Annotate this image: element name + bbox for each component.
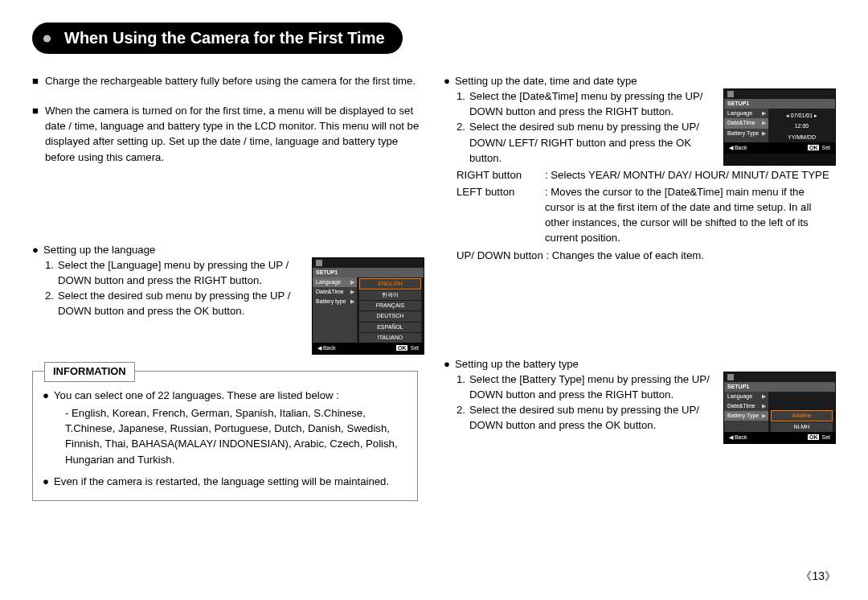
- dt-step2-text: Select the desired sub menu by pressing …: [469, 119, 719, 165]
- left-button-line: LEFT button : Moves the cursor to the [D…: [457, 184, 836, 246]
- lcd-battery-row: Battery type: [316, 298, 346, 306]
- intro-item-1: ■ Charge the rechargeable battery fully …: [32, 73, 424, 88]
- lcd-opt-german: DEUTSCH: [359, 311, 420, 321]
- lcd-language-figure: SETUP1 Language▶ Date&Time▶ Battery type…: [312, 257, 424, 355]
- lang-step-1: 1. Select the [Language] menu by pressin…: [45, 257, 307, 288]
- chevron-right-icon: ▶: [762, 402, 766, 410]
- lcd-battery-row: Battery Type: [727, 412, 759, 420]
- lcd-setup-label: SETUP1: [724, 382, 835, 392]
- lang-body-wrap: 1. Select the [Language] menu by pressin…: [32, 257, 424, 355]
- info-item-2: ● Even if the camera is restarted, the l…: [43, 474, 407, 489]
- left-column: ■ Charge the rechargeable battery fully …: [32, 68, 424, 501]
- lcd-time: 12:00: [771, 121, 832, 131]
- chevron-right-icon: ▶: [350, 288, 354, 296]
- lcd-opt-spanish: ESPAÑOL: [359, 323, 420, 332]
- lcd-opt-italian: ITALIANO: [359, 333, 420, 343]
- battery-steps: 1. Select the [Battery Type] menu by pre…: [444, 372, 719, 445]
- intro-text-2: When the camera is turned on for the fir…: [45, 103, 424, 165]
- title-text: When Using the Camera for the First Time: [64, 29, 385, 47]
- right-button-line: RIGHT button : Selects YEAR/ MONTH/ DAY/…: [457, 167, 836, 183]
- datetime-button-notes: RIGHT button : Selects YEAR/ MONTH/ DAY/…: [444, 167, 836, 263]
- lcd-opt-nimh: Ni-MH: [771, 422, 832, 432]
- wrench-icon: [727, 374, 734, 380]
- right-button-desc: : Selects YEAR/ MONTH/ DAY/ HOUR/ MINUT/…: [545, 167, 836, 183]
- left-button-label: LEFT button: [457, 184, 545, 246]
- info-text-2: Even if the camera is restarted, the lan…: [54, 474, 407, 489]
- lcd-back: Back: [323, 345, 336, 351]
- lcd-opt-alkaline: Alkaline: [771, 410, 832, 421]
- info-item-1: ● You can select one of 22 languages. Th…: [43, 388, 407, 467]
- updown-button-desc: UP/ DOWN button : Changes the value of e…: [457, 248, 836, 263]
- lcd-right-options: ENGLISH 한국어 FRANÇAIS DEUTSCH ESPAÑOL ITA…: [357, 277, 424, 343]
- left-button-desc: : Moves the cursor to the [Date&Time] ma…: [545, 184, 836, 246]
- num-2: 2.: [45, 288, 58, 318]
- chevron-left-icon: ◀: [729, 145, 735, 150]
- lcd-date: 07/01/01: [791, 113, 813, 118]
- lcd-left-menu: Language▶ Date&Time▶ Battery Type▶: [724, 392, 768, 432]
- lcd-right-options: Alkaline Ni-MH: [768, 392, 835, 432]
- chevron-right-icon: ▶: [762, 109, 766, 117]
- battery-body-wrap: 1. Select the [Battery Type] menu by pre…: [444, 372, 836, 445]
- lcd-battery-row: Battery Type: [727, 129, 759, 138]
- chevron-left-icon: ◀: [317, 345, 323, 351]
- lcd-set: Set: [410, 345, 419, 351]
- lcd-language-row: Language: [727, 392, 752, 401]
- lcd-date-format: YY/MM/DD: [771, 133, 832, 142]
- lcd-left-menu: Language▶ Date&Time▶ Battery type▶: [313, 277, 357, 343]
- lcd-back: Back: [735, 145, 747, 150]
- lcd-datetime-row: Date&Time: [727, 119, 755, 127]
- dot-bullet: ●: [32, 242, 43, 257]
- lcd-footer: ◀ Back OKSet: [724, 142, 835, 154]
- battery-heading: Setting up the battery type: [455, 356, 836, 372]
- information-box: INFORMATION ● You can select one of 22 l…: [32, 371, 418, 501]
- datetime-body-wrap: 1. Select the [Date&Time] menu by pressi…: [444, 88, 836, 166]
- content-columns: ■ Charge the rechargeable battery fully …: [32, 68, 836, 501]
- lang-section: ● Setting up the language: [32, 242, 424, 257]
- dot-bullet: ●: [444, 356, 455, 372]
- right-button-label: RIGHT button: [457, 167, 545, 183]
- info-text-1: You can select one of 22 languages. Thes…: [54, 389, 339, 401]
- chevron-right-icon: ▶: [350, 298, 354, 306]
- dt-step-2: 2. Select the desired sub menu by pressi…: [457, 119, 719, 165]
- datetime-section: ● Setting up the date, time and date typ…: [444, 73, 836, 88]
- chevron-left-icon: ◀: [729, 434, 735, 440]
- chevron-right-icon: ▶: [350, 278, 354, 286]
- datetime-heading: Setting up the date, time and date type: [455, 73, 836, 88]
- dt-step1-text: Select the [Date&Time] menu by pressing …: [469, 88, 719, 119]
- chevron-right-icon: ▶: [762, 392, 766, 401]
- chevron-right-icon: ▶: [762, 412, 766, 420]
- lang-heading: Setting up the language: [43, 242, 424, 257]
- right-column: ● Setting up the date, time and date typ…: [444, 68, 836, 501]
- lcd-language-row: Language: [316, 278, 341, 286]
- lcd-setup-label: SETUP1: [724, 99, 835, 109]
- lang-step2-text: Select the desired sub menu by pressing …: [58, 288, 307, 318]
- chevron-right-icon: ▶: [762, 119, 766, 127]
- num-1: 1.: [457, 372, 469, 402]
- lcd-ok: OK: [808, 434, 820, 440]
- chevron-right-icon: ▶: [762, 129, 766, 138]
- square-bullet: ■: [32, 73, 45, 88]
- lcd-language-row: Language: [727, 109, 752, 117]
- dt-step-1: 1. Select the [Date&Time] menu by pressi…: [457, 88, 719, 119]
- lcd-back: Back: [735, 434, 747, 440]
- square-bullet: ■: [32, 103, 45, 165]
- intro-text-1: Charge the rechargeable battery fully be…: [45, 73, 424, 88]
- lcd-opt-english: ENGLISH: [359, 278, 420, 290]
- lcd-datetime-figure: SETUP1 Language▶ Date&Time▶ Battery Type…: [723, 88, 836, 166]
- num-2: 2.: [457, 402, 469, 433]
- lcd-opt-french: FRANÇAIS: [359, 301, 420, 310]
- lcd-setup-label: SETUP1: [313, 268, 424, 277]
- lcd-battery-figure: SETUP1 Language▶ Date&Time▶ Battery Type…: [723, 372, 836, 445]
- lang-steps: 1. Select the [Language] menu by pressin…: [32, 257, 307, 355]
- dot-bullet: ●: [444, 73, 455, 88]
- dot-bullet: ●: [43, 388, 54, 467]
- lcd-left-menu: Language▶ Date&Time▶ Battery Type▶: [724, 109, 768, 142]
- lcd-footer: ◀ Back OKSet: [313, 343, 424, 354]
- lcd-ok: OK: [396, 345, 408, 351]
- lcd-footer: ◀ Back OKSet: [724, 432, 835, 443]
- lcd-datetime-row: Date&Time: [727, 402, 755, 410]
- intro-item-2: ■ When the camera is turned on for the f…: [32, 103, 424, 165]
- page-number: 《13》: [800, 569, 836, 584]
- information-header: INFORMATION: [44, 362, 135, 382]
- lcd-set: Set: [821, 145, 830, 150]
